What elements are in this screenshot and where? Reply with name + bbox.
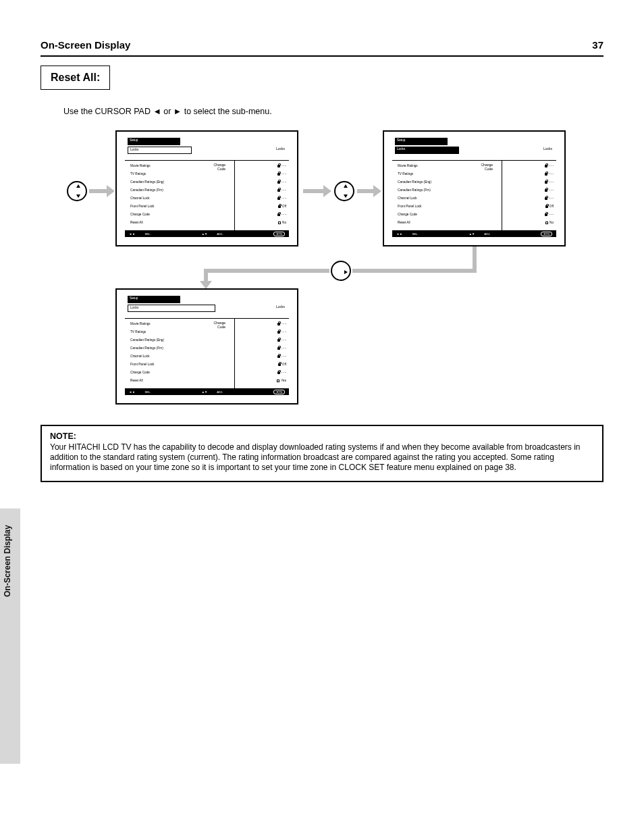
instruction-text: Use the CURSOR PAD ◄ or ► to select the … <box>63 107 272 116</box>
osd-row-movie: Movie Ratings- - - <box>130 322 286 325</box>
osd-tab-setup: Setup <box>397 138 405 142</box>
osd-row-tv: TV Ratings- - - <box>398 172 554 176</box>
osd-tab-setup: Setup <box>130 138 138 142</box>
osd-row-fp-lock: Front Panel LockOff <box>398 205 554 208</box>
arrow-right-icon <box>357 189 375 193</box>
page-number: 37 <box>592 39 603 51</box>
osd-row-ca-frn: Canadian Ratings (Frn)- - - <box>398 188 554 192</box>
box-icon <box>278 221 281 224</box>
osd-row-change-code: Change Code- - - <box>130 213 286 216</box>
lock-icon <box>277 347 280 350</box>
lock-icon <box>277 213 280 216</box>
osd-row-fp-lock: Front Panel LockOff <box>130 363 286 366</box>
osd-row-reset-all: Reset AllNo <box>398 221 554 224</box>
osd-row-ca-eng: Canadian Ratings (Eng)- - - <box>130 338 286 342</box>
lock-icon <box>277 197 280 200</box>
lock-icon <box>545 181 547 184</box>
osd-footer: ◄ ► SEL. ▲▼ ADJ. RTN <box>125 230 289 237</box>
note-label: NOTE: <box>50 432 594 441</box>
arrow-elbow-seg <box>352 269 477 273</box>
lock-icon <box>278 363 281 366</box>
cursor-dial-right-icon <box>331 261 351 281</box>
osd-panel-3: Setup Locks Locks Change Code Movie Rati… <box>115 288 298 405</box>
lock-icon <box>545 165 547 167</box>
cursor-dial-up-down-icon <box>334 181 354 201</box>
osd-panel-1: Setup Locks Locks Change Code Movie Rati… <box>115 130 298 246</box>
note-block: NOTE: Your HITACHI LCD TV has the capabi… <box>41 425 603 482</box>
lock-icon <box>277 323 280 325</box>
lock-icon <box>277 173 280 176</box>
osd-row-tv: TV Ratings- - - <box>130 330 286 334</box>
cursor-dial-up-down-icon <box>67 181 87 201</box>
osd-row-tv: TV Ratings- - - <box>130 172 286 176</box>
lock-icon <box>277 331 280 334</box>
osd-row-movie: Movie Ratings- - - <box>398 164 554 167</box>
osd-footer: ◄ ► SEL. ▲▼ ADJ. RTN <box>125 388 289 395</box>
osd-row-channel-lock: Channel Lock- - - <box>130 197 286 200</box>
arrow-elbow-seg <box>204 269 329 273</box>
lock-icon <box>277 181 280 184</box>
box-icon <box>545 221 548 224</box>
osd-row-reset-all: Reset AllYes <box>130 379 286 382</box>
box-icon <box>277 380 279 382</box>
lock-icon <box>277 371 280 374</box>
side-tab-text: On-Screen Display <box>3 525 12 597</box>
osd-row-fp-lock: Front Panel LockOff <box>130 205 286 208</box>
osd-row-ca-frn: Canadian Ratings (Frn)- - - <box>130 188 286 192</box>
arrow-elbow-seg <box>204 269 208 282</box>
osd-row-ca-eng: Canadian Ratings (Eng)- - - <box>398 180 554 184</box>
osd-tab-locks: Locks <box>397 147 405 151</box>
osd-panel-2: Setup Locks Locks Change Code Movie Rati… <box>383 130 566 246</box>
header-title: On-Screen Display <box>41 39 130 51</box>
osd-row-reset-all: Reset AllNo <box>130 221 286 224</box>
osd-row-movie: Movie Ratings- - - <box>130 164 286 167</box>
lock-icon <box>277 339 280 342</box>
arrow-elbow-seg <box>473 246 477 270</box>
header-rule <box>41 55 603 57</box>
osd-tab-setup: Setup <box>130 296 138 300</box>
arrow-right-icon <box>303 189 325 193</box>
lock-icon <box>545 173 547 176</box>
osd-row-ca-frn: Canadian Ratings (Frn)- - - <box>130 346 286 350</box>
lock-icon <box>277 189 280 192</box>
osd-caption-locks: Locks <box>543 147 552 151</box>
osd-row-channel-lock: Channel Lock- - - <box>398 197 554 200</box>
osd-row-change-code: Change Code- - - <box>130 371 286 374</box>
arrow-right-icon <box>89 189 108 193</box>
osd-row-change-code: Change Code- - - <box>398 213 554 216</box>
osd-tab-locks: Locks <box>130 306 138 309</box>
osd-row-ca-eng: Canadian Ratings (Eng)- - - <box>130 180 286 184</box>
lock-icon <box>277 165 280 167</box>
lock-icon <box>545 189 547 192</box>
subsection-title: Reset All: <box>41 66 110 90</box>
lock-icon <box>545 213 547 216</box>
osd-tab-locks: Locks <box>130 148 138 151</box>
lock-icon <box>278 205 281 208</box>
lock-icon <box>545 197 547 200</box>
note-body: Your HITACHI LCD TV has the capability t… <box>50 442 594 473</box>
lock-icon <box>277 355 280 358</box>
osd-footer: ◄ ► SEL. ▲▼ ADJ. RTN <box>392 230 556 237</box>
osd-row-channel-lock: Channel Lock- - - <box>130 355 286 358</box>
osd-caption-locks: Locks <box>276 147 285 151</box>
lock-icon <box>545 205 548 208</box>
osd-caption-locks: Locks <box>276 305 285 309</box>
